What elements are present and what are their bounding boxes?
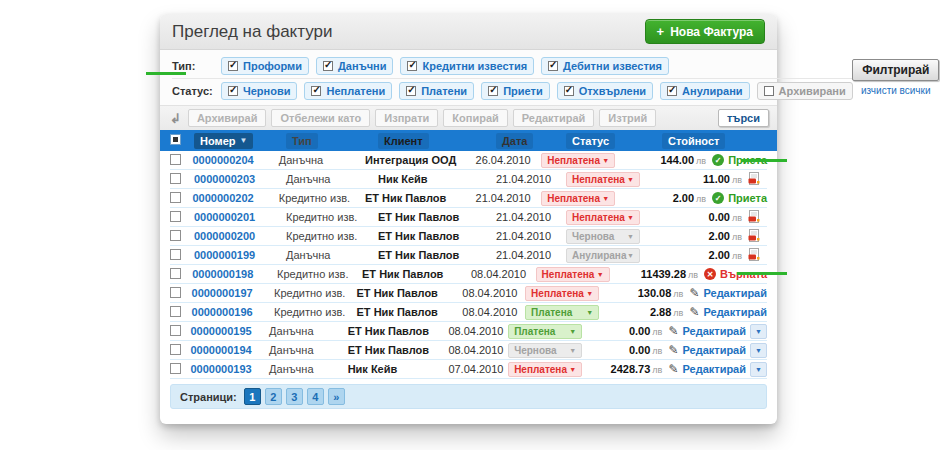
filter-button[interactable]: Филтрирай [852, 59, 939, 81]
filter-checkbox-chip[interactable]: Архивирани [757, 82, 853, 100]
status-dropdown[interactable]: Неплатена ▼ [566, 210, 640, 225]
invoice-number-link[interactable]: 0000000200 [194, 230, 286, 242]
row-checkbox[interactable] [170, 192, 181, 203]
invoice-number-link[interactable]: 0000000196 [192, 306, 275, 318]
filter-checkbox-chip[interactable]: Проформи [221, 57, 309, 75]
filter-checkbox-chip[interactable]: Отхвърлени [557, 82, 653, 100]
row-checkbox[interactable] [170, 268, 181, 279]
toolbar-button[interactable]: Архивирай [188, 109, 267, 127]
invoice-date: 26.04.2010 [476, 154, 542, 166]
toolbar-button[interactable]: Изтрий [599, 109, 656, 127]
status-dropdown[interactable]: Анулирана ▼ [566, 248, 640, 263]
invoice-number-link[interactable]: 0000000199 [194, 249, 286, 261]
clear-all-link[interactable]: изчисти всички [861, 85, 931, 96]
pagination-page-button[interactable]: 4 [307, 388, 324, 405]
status-dropdown[interactable]: Неплатена ▼ [541, 191, 615, 206]
accepted-label: Приета [728, 192, 767, 204]
checkbox-icon [407, 61, 417, 71]
pagination-page-button[interactable]: 1 [244, 388, 261, 405]
edit-link[interactable]: Редактирай [682, 363, 746, 375]
x-circle-icon: ✕ [704, 268, 716, 280]
invoice-type: Данъчна [279, 154, 365, 166]
pagination-page-button[interactable]: 3 [286, 388, 303, 405]
invoice-number-link[interactable]: 0000000201 [194, 211, 286, 223]
check-circle-icon: ✓ [712, 192, 724, 204]
invoice-client: ЕТ Ник Павлов [348, 325, 449, 337]
edit-link[interactable]: Редактирай [703, 306, 767, 318]
panel-header: Преглед на фактури + Нова Фактура [160, 14, 777, 50]
row-checkbox[interactable] [170, 325, 181, 336]
filter-checkbox-chip[interactable]: Приети [481, 82, 550, 100]
pdf-export-icon[interactable] [748, 229, 760, 244]
new-invoice-button[interactable]: + Нова Фактура [645, 19, 765, 44]
row-dropdown-button[interactable]: ▼ [750, 324, 767, 339]
invoice-client: ЕТ Ник Павлов [365, 192, 476, 204]
toolbar-button[interactable]: Изпрати [375, 109, 438, 127]
column-header-status[interactable]: Статус [566, 133, 615, 149]
status-dropdown[interactable]: Платена ▼ [508, 324, 582, 339]
column-header-amount[interactable]: Стойност [662, 133, 725, 149]
status-dropdown[interactable]: Чернова ▼ [508, 343, 582, 358]
toolbar-button[interactable]: Отбележи като [271, 109, 370, 127]
toolbar-button[interactable]: Редактирай [513, 109, 595, 127]
status-dropdown[interactable]: Неплатена ▼ [566, 172, 640, 187]
row-checkbox[interactable] [170, 287, 181, 298]
edit-link[interactable]: Редактирай [682, 325, 746, 337]
column-header-number[interactable]: Номер ▼ [194, 133, 253, 149]
row-action-cell [742, 248, 767, 263]
checkbox-icon [228, 86, 238, 96]
pagination-page-button[interactable]: 2 [265, 388, 282, 405]
filter-checkbox-chip[interactable]: Данъчни [316, 57, 393, 75]
row-checkbox[interactable] [170, 154, 181, 165]
status-dropdown[interactable]: Неплатена ▼ [525, 286, 599, 301]
invoice-number-link[interactable]: 0000000197 [192, 287, 275, 299]
row-checkbox[interactable] [170, 249, 181, 260]
filter-checkbox-chip[interactable]: Неплатени [304, 82, 392, 100]
edit-link[interactable]: Редактирай [703, 287, 767, 299]
filter-checkbox-chip[interactable]: Дебитни известия [541, 57, 669, 75]
invoice-number-link[interactable]: 0000000202 [193, 192, 279, 204]
column-header-type[interactable]: Тип [286, 133, 318, 149]
row-dropdown-button[interactable]: ▼ [750, 343, 767, 358]
edit-link[interactable]: Редактирай [682, 344, 746, 356]
search-button[interactable]: търси [718, 109, 769, 127]
status-dropdown[interactable]: Платена ▼ [525, 305, 599, 320]
pdf-export-icon[interactable] [748, 248, 760, 263]
filter-checkbox-chip[interactable]: Платени [399, 82, 474, 100]
invoice-number-link[interactable]: 0000000198 [192, 268, 277, 280]
invoice-date: 08.04.2010 [462, 306, 525, 318]
invoice-number-link[interactable]: 0000000203 [194, 173, 286, 185]
status-dropdown[interactable]: Чернова ▼ [566, 229, 640, 244]
column-header-date[interactable]: Дата [496, 133, 533, 149]
row-dropdown-button[interactable]: ▼ [750, 362, 767, 377]
type-filter-row: Тип: Проформи Данъчни Кредитни известия … [172, 55, 853, 77]
new-invoice-label: Нова Фактура [670, 25, 753, 39]
status-dropdown[interactable]: Неплатена ▼ [536, 267, 610, 282]
row-checkbox[interactable] [170, 363, 181, 374]
invoice-amount: 144.00лв [618, 154, 706, 166]
row-checkbox[interactable] [170, 211, 181, 222]
checkbox-icon [667, 86, 677, 96]
filter-checkbox-chip[interactable]: Чернови [221, 82, 297, 100]
pagination-next-button[interactable]: » [328, 388, 345, 405]
invoice-client: Ник Кейв [378, 173, 496, 185]
invoice-number-link[interactable]: 0000000195 [191, 325, 270, 337]
toolbar-button[interactable]: Копирай [443, 109, 507, 127]
pdf-export-icon[interactable] [748, 172, 760, 187]
row-checkbox[interactable] [170, 306, 181, 317]
row-checkbox[interactable] [170, 230, 181, 241]
column-header-client[interactable]: Клиент [378, 133, 429, 149]
chevron-down-icon: ▼ [586, 309, 593, 316]
invoice-number-link[interactable]: 0000000193 [191, 363, 270, 375]
row-checkbox[interactable] [170, 344, 181, 355]
pdf-export-icon[interactable] [748, 210, 760, 225]
status-dropdown[interactable]: Неплатена ▼ [508, 362, 582, 377]
filter-checkbox-chip[interactable]: Анулирани [660, 82, 750, 100]
invoice-number-link[interactable]: 0000000194 [191, 344, 270, 356]
table-row: 0000000199 Данъчна ЕТ Ник Павлов 21.04.2… [170, 246, 767, 265]
select-all-checkbox[interactable] [170, 134, 181, 145]
status-dropdown[interactable]: Неплатена ▼ [541, 153, 615, 168]
invoice-number-link[interactable]: 0000000204 [193, 154, 279, 166]
row-checkbox[interactable] [170, 173, 181, 184]
filter-checkbox-chip[interactable]: Кредитни известия [400, 57, 534, 75]
